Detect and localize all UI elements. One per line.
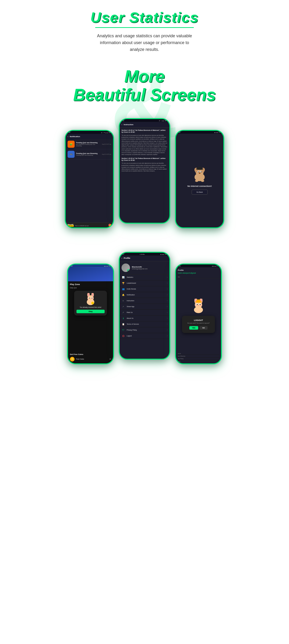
menu-item-shareapp[interactable]: ↗ Share App › — [120, 304, 169, 310]
instruction-phone: 5:26 ● ○ ▲▲ 30% ‹ Instruction Section 1.… — [119, 118, 170, 224]
playzone-body: Play Zone Daily Quiz — [68, 281, 113, 364]
notif-title-2: Trending Quiz now Streaming — [76, 152, 101, 154]
status-icons-3: ▲▲▲ 27% — [214, 132, 222, 133]
svg-point-12 — [199, 173, 201, 174]
menu-item-terms[interactable]: 📋 Terms of Service › — [120, 322, 169, 327]
instr-section1-title: Section 1.10.33 of "de Finibus Bonorum e… — [122, 130, 167, 134]
profile-title: Profile — [124, 257, 130, 259]
instruction-screen: 5:26 ● ○ ▲▲ 30% ‹ Instruction Section 1.… — [120, 119, 169, 223]
bunny-illustration: $ — [84, 293, 98, 306]
notification-icon: 🔔 — [122, 293, 125, 296]
bottom-item-aboutus: ut Us — [178, 352, 219, 355]
profile-phone: 6:27 1.33 KB/s ▲▲▲ 24% ‹ Profile 📷 Black… — [119, 252, 170, 360]
instruction-icon: ≡ — [122, 299, 125, 302]
yes-button[interactable]: YES — [189, 326, 198, 330]
modal-text: You already received free coins! — [77, 306, 105, 308]
rateus-label: Rate Us — [127, 312, 165, 313]
menu-item-rateus[interactable]: ↗ Rate Us › — [120, 310, 169, 316]
instruction-label: Instruction — [127, 300, 165, 302]
instruction-title: Instruction — [124, 124, 133, 126]
pz-bottom: Get Free Coins 🪙 Free Coins 20 — [70, 353, 111, 362]
notif-time-1: Aug 23, 02:27 am — [102, 144, 111, 145]
top-section: User Statistics Analytics and usage stat… — [0, 0, 289, 58]
menu-item-notification[interactable]: 🔔 Notification › — [120, 292, 169, 298]
status-icons-prof: ▲▲▲ 24% — [160, 254, 168, 255]
notif-ad-left: Nice job! Test Ad This is a 320x50 test … — [68, 224, 89, 226]
status-icons-logout: ▲▲▲ 27% — [212, 266, 219, 267]
notification-header: ‹ Notification — [66, 134, 113, 139]
dog-illustration — [190, 166, 209, 183]
terms-icon: 📋 — [122, 322, 125, 326]
instruction-body: Section 1.10.33 of "de Finibus Bonorum e… — [120, 128, 169, 223]
menu-item-statistics[interactable]: 📊 Statistics › — [120, 274, 169, 280]
svg-point-41 — [197, 304, 198, 305]
notif-time-2: Aug 23, 02:37 pm — [102, 154, 111, 155]
status-icons-2: ● ○ ▲▲ 30% — [159, 120, 167, 122]
status-extra-prof: 1.33 KB/s — [140, 254, 145, 255]
notif-ad-area: Nice job! Test Ad This is a 320x50 test … — [66, 221, 113, 228]
svg-point-28 — [88, 298, 89, 299]
logout-modal: LOGOUT Are you sure!! You want to Log ou… — [182, 316, 215, 333]
playzone-title: Play Zone — [70, 283, 111, 286]
logout-screen: 5:09 ▲▲▲ 27% Profile harish.vekariya141@… — [176, 264, 221, 364]
go-back-button[interactable]: Go Back — [192, 190, 208, 194]
svg-point-43 — [195, 305, 197, 306]
status-icons-1: ● ○ ✦ ▲▲ 20% — [101, 132, 111, 134]
title-underline — [95, 27, 194, 28]
logout-bottom-items: ut Us ns of Service acy Policy bout — [176, 352, 221, 364]
notif-text-1: Trending Quiz now Streaming lets experie… — [76, 142, 101, 146]
nointernet-message: No internet connection!! — [187, 185, 212, 187]
coin-amount: 20 — [109, 358, 111, 360]
menu-item-privacy[interactable]: 🛡 Privacy Policy › — [120, 327, 169, 333]
back-arrow-icon[interactable]: ‹ — [68, 135, 68, 138]
privacy-icon: 🛡 — [122, 328, 125, 332]
statistics-label: Statistics — [127, 276, 165, 278]
arrow-icon-6: › — [167, 306, 167, 307]
status-bar-prof: 6:27 1.33 KB/s ▲▲▲ 24% — [120, 253, 169, 256]
arrow-icon-11: › — [167, 335, 167, 337]
notification-label: Notification — [127, 294, 165, 296]
notif-item-1: 🧩 Trending Quiz now Streaming lets exper… — [66, 139, 113, 149]
menu-item-logout[interactable]: ⏻ Logout › — [120, 333, 169, 339]
logout-modal-buttons: YES NO — [186, 326, 211, 330]
subtitle-text: Analytics and usage statistics can provi… — [93, 32, 196, 53]
menu-item-instruction[interactable]: ≡ Instruction › — [120, 298, 169, 304]
notif-title-1: Trending Quiz now Streaming — [76, 142, 101, 144]
svg-point-16 — [201, 180, 204, 182]
notif-text-2: Trending Quiz now Streaming Trending Qui… — [76, 152, 101, 156]
arrow-icon-3: › — [167, 288, 167, 290]
svg-point-26 — [89, 298, 90, 298]
arrow-icon: › — [167, 276, 167, 278]
no-button[interactable]: NO — [200, 326, 208, 330]
instr-back-arrow[interactable]: ‹ — [122, 123, 122, 126]
coin-row: 🪙 Free Coins 20 — [70, 357, 111, 362]
spacer-1 — [0, 238, 289, 247]
camera-badge-icon[interactable]: 📷 — [127, 269, 130, 272]
notif-ad-badge-row: Test Ad This is a 320x50 test ad. — [68, 225, 89, 226]
svg-text:🎮: 🎮 — [70, 153, 73, 156]
status-bar-logout: 5:09 ▲▲▲ 27% — [176, 264, 221, 267]
menu-item-aboutus[interactable]: ℹ About Us › — [120, 316, 169, 322]
arrow-icon-7: › — [167, 312, 167, 313]
playzone-header-bg — [68, 267, 113, 281]
notif-sub-1: lets experience trending quiz now stream… — [76, 144, 101, 146]
svg-point-22 — [88, 293, 89, 296]
status-bar-2: 5:26 ● ○ ▲▲ 30% — [120, 119, 169, 122]
ad-badge: Test Ad — [68, 225, 74, 227]
notification-screen: 6:28 ● ○ ✦ ▲▲ 20% ‹ Notification 🧩 Trend… — [66, 131, 113, 228]
svg-point-44 — [200, 305, 202, 306]
menu-item-leaderboard[interactable]: 🏆 Leaderboard › — [120, 280, 169, 286]
bottom-item-bout: bout — [178, 360, 219, 362]
status-time-1: 6:28 — [68, 132, 70, 134]
ad-text: This is a 320x50 test ad. — [75, 225, 89, 226]
playzone-header — [68, 267, 113, 281]
phones-row-1: 6:28 ● ○ ✦ ▲▲ 20% ‹ Notification 🧩 Trend… — [0, 109, 289, 238]
notification-phone: 6:28 ● ○ ✦ ▲▲ 20% ‹ Notification 🧩 Trend… — [65, 130, 114, 228]
logout-profile-area: Profile harish.vekariya141@gmail tics — [176, 267, 221, 280]
logout-modal-title: LOGOUT — [186, 319, 211, 322]
logout-icon: ⏻ — [122, 334, 125, 338]
menu-item-invite[interactable]: 👥 Invite friends › — [120, 286, 169, 292]
invite-icon: 👥 — [122, 288, 125, 291]
prof-back-arrow[interactable]: ‹ — [122, 257, 122, 260]
okay-button[interactable]: Okay — [77, 310, 105, 313]
